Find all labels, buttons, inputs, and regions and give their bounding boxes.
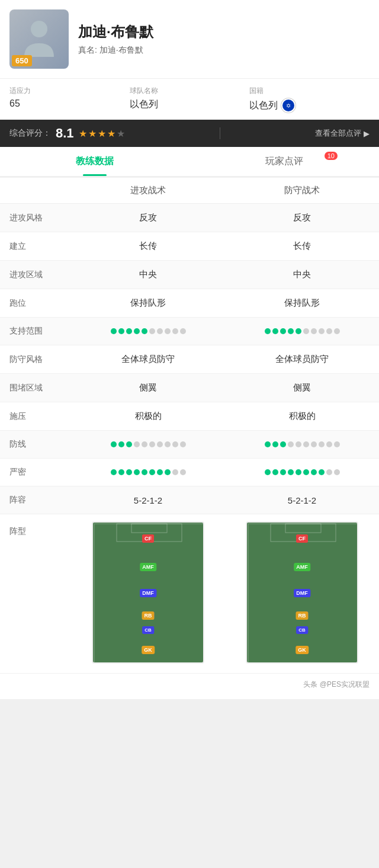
position-cf2-d: CF [296, 534, 308, 543]
data-table: 进攻战术 防守战术 进攻风格 反攻 反攻 建立 长传 长传 进攻区域 中央 中央… [0, 178, 379, 674]
dot [111, 328, 117, 334]
dot [288, 328, 294, 334]
view-all-link[interactable]: 查看全部点评 [315, 128, 361, 139]
player-badge: 650 [12, 55, 32, 66]
row-label-0: 进攻风格 [0, 213, 71, 223]
row-defense-2: 中央 [225, 269, 379, 280]
table-header: 进攻战术 防守战术 [0, 178, 379, 204]
dot [280, 441, 286, 447]
dot [265, 469, 271, 475]
dot [149, 328, 155, 334]
dot [165, 328, 171, 334]
position-amf-d: AMF [294, 563, 310, 571]
dot [272, 328, 278, 334]
progress-bar-attack-8 [71, 441, 225, 447]
svg-rect-6 [285, 524, 321, 533]
row-defense-3: 保持队形 [225, 297, 379, 309]
adaptability-value: 65 [9, 98, 130, 109]
row-defense-9 [225, 469, 379, 475]
row-defense-8 [225, 441, 379, 447]
progress-bar-defense [225, 328, 379, 334]
dot [280, 328, 286, 334]
dot [134, 328, 140, 334]
dot [288, 441, 294, 447]
dot [118, 469, 124, 475]
avatar-silhouette [21, 18, 57, 60]
row-label-10: 阵容 [0, 495, 71, 505]
dot [303, 469, 309, 475]
row-defense-10: 5-2-1-2 [225, 495, 379, 505]
stat-team: 球队名称 以色列 [130, 86, 250, 113]
dot [180, 441, 186, 447]
dot [157, 441, 163, 447]
position-rb: RB [142, 611, 155, 620]
dot [319, 469, 325, 475]
nationality-label: 国籍 [249, 86, 370, 96]
dot [134, 469, 140, 475]
row-defense-4 [225, 328, 379, 334]
dot [180, 469, 186, 475]
avatar-container: 650 [9, 9, 69, 69]
row-label-3: 跑位 [0, 298, 71, 309]
dot [296, 441, 301, 447]
position-dmf2: DMF [140, 589, 156, 597]
col-label-empty [0, 185, 71, 196]
rating-stars: ★ ★ ★ ★ ★ [79, 128, 125, 139]
row-defense-6: 侧翼 [225, 382, 379, 393]
dot [118, 441, 124, 447]
dot [157, 469, 163, 475]
star-5: ★ [117, 128, 125, 139]
star-1: ★ [79, 128, 87, 139]
dot [334, 328, 340, 334]
table-row: 进攻风格 反攻 反攻 [0, 204, 379, 232]
real-name-label: 真名: [78, 45, 97, 55]
rating-right[interactable]: 查看全部点评 ▶ [315, 128, 370, 139]
position-cbr: CB [142, 626, 154, 634]
dot [126, 469, 132, 475]
team-value: 以色列 [130, 98, 250, 111]
position-gk: GK [142, 646, 155, 654]
row-label-6: 围堵区域 [0, 383, 71, 393]
dot [319, 328, 325, 334]
player-header: 650 加迪·布鲁默 真名: 加迪·布鲁默 [0, 0, 379, 78]
dot [311, 328, 317, 334]
table-row: 严密 [0, 459, 379, 486]
watermark: 头条 @PES实况联盟 [303, 680, 370, 688]
tab-player-review[interactable]: 玩家点评 10 [190, 147, 379, 176]
dot [326, 441, 332, 447]
dot [326, 469, 332, 475]
team-label: 球队名称 [130, 86, 250, 96]
row-label-8: 防线 [0, 439, 71, 450]
row-label-5: 防守风格 [0, 354, 71, 365]
row-label-9: 严密 [0, 467, 71, 478]
svg-rect-3 [131, 524, 167, 533]
row-defense-5: 全体球员防守 [225, 354, 379, 365]
dot [165, 469, 171, 475]
row-attack-8 [71, 441, 225, 447]
dot [149, 469, 155, 475]
stats-row: 适应力 65 球队名称 以色列 国籍 以色列 ✡ [0, 78, 379, 120]
dot [303, 441, 309, 447]
dot [296, 469, 301, 475]
row-label-4: 支持范围 [0, 326, 71, 337]
dot [319, 441, 325, 447]
dot [180, 328, 186, 334]
position-cf2: CF [142, 534, 154, 543]
dot [288, 469, 294, 475]
progress-bar-defense-8 [225, 441, 379, 447]
dot [280, 469, 286, 475]
rating-row: 综合评分： 8.1 ★ ★ ★ ★ ★ 查看全部点评 ▶ [0, 120, 379, 147]
formation-row: 阵型 CF CF AMF [0, 514, 379, 674]
dot [142, 469, 147, 475]
star-2: ★ [88, 128, 97, 139]
dot [172, 469, 178, 475]
row-attack-2: 中央 [71, 269, 225, 280]
tabs-container: 教练数据 玩家点评 10 [0, 147, 379, 177]
stat-nationality: 国籍 以色列 ✡ [249, 86, 370, 113]
dot [111, 441, 117, 447]
position-dmf2-d: DMF [294, 589, 310, 597]
dot [334, 441, 340, 447]
table-row: 进攻区域 中央 中央 [0, 261, 379, 289]
tab-coach-data[interactable]: 教练数据 [0, 147, 190, 176]
dot [272, 469, 278, 475]
